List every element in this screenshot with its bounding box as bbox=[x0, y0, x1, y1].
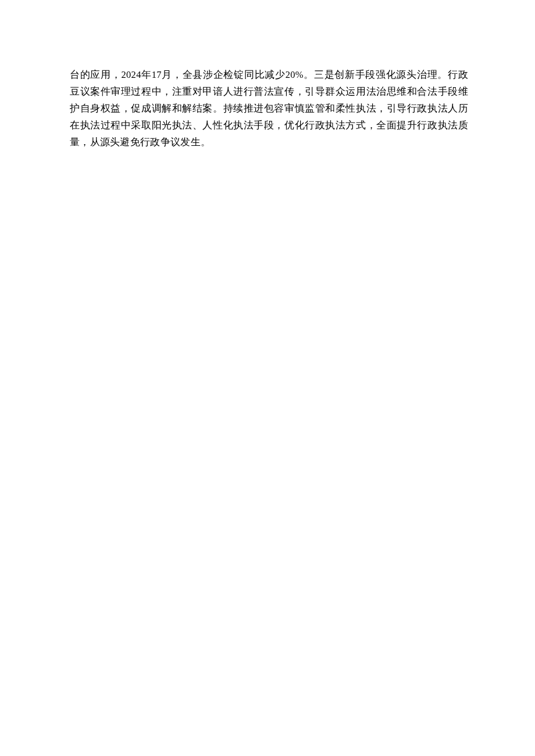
document-paragraph: 台的应用，2024年17月，全县涉企检锭同比减少20%。三是创新手段强化源头治理… bbox=[70, 67, 468, 151]
